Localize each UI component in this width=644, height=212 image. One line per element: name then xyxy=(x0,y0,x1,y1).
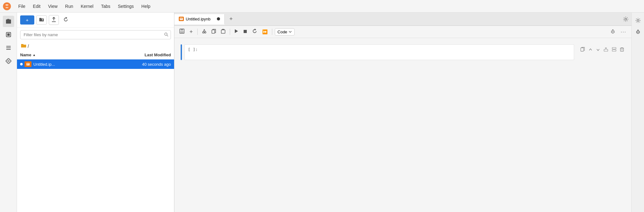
svg-rect-3 xyxy=(7,33,10,36)
notebook-file-icon xyxy=(25,61,31,67)
cell-type-dropdown[interactable]: Code xyxy=(275,28,295,36)
svg-rect-25 xyxy=(180,31,184,33)
search-icon xyxy=(164,32,168,37)
svg-point-12 xyxy=(165,33,167,35)
refresh-button[interactable] xyxy=(61,15,71,25)
running-indicator xyxy=(20,63,23,65)
cell-actions xyxy=(579,44,625,53)
sidebar-item-files[interactable] xyxy=(3,16,14,27)
cell-delete-button[interactable] xyxy=(619,47,625,53)
menu-run[interactable]: Run xyxy=(62,3,76,10)
sort-arrow-icon: ▲ xyxy=(32,53,36,57)
svg-point-27 xyxy=(204,32,206,33)
svg-marker-11 xyxy=(66,17,67,19)
cell-prompt-text: [ ]: xyxy=(188,47,198,52)
notebook-panel: Untitled.ipynb + + xyxy=(174,13,631,212)
logo-icon xyxy=(3,2,11,11)
plus-icon: + xyxy=(26,17,29,23)
restart-button[interactable] xyxy=(250,27,259,36)
svg-rect-31 xyxy=(221,30,225,33)
svg-rect-48 xyxy=(612,47,616,49)
menu-view[interactable]: View xyxy=(45,3,61,10)
search-input[interactable] xyxy=(20,30,171,39)
cell-move-down-button[interactable] xyxy=(595,47,601,53)
notebook-tab-untitled[interactable]: Untitled.ipynb xyxy=(174,14,225,25)
cell-copy-button[interactable] xyxy=(579,46,586,53)
settings-icon-top[interactable] xyxy=(620,14,631,25)
file-list-header: Name ▲ Last Modified xyxy=(17,51,174,59)
save-button[interactable] xyxy=(178,27,186,36)
file-modified-time: 40 seconds ago xyxy=(121,62,171,67)
copy-button[interactable] xyxy=(210,27,218,36)
more-options-button[interactable]: ⋯ xyxy=(619,27,628,36)
cell-prompt-area: [ ]: xyxy=(185,45,574,59)
svg-rect-24 xyxy=(181,29,183,31)
menu-settings[interactable]: Settings xyxy=(115,3,137,10)
svg-rect-45 xyxy=(604,49,608,51)
fast-forward-button[interactable]: ⏩ xyxy=(260,28,269,36)
code-cell[interactable]: [ ]: xyxy=(184,44,574,60)
svg-rect-51 xyxy=(620,48,624,51)
upload-button[interactable] xyxy=(49,15,59,25)
menu-edit[interactable]: Edit xyxy=(30,3,44,10)
file-name: Untitled.ip... xyxy=(33,62,121,67)
add-cell-button[interactable]: + xyxy=(188,27,195,36)
menu-file[interactable]: File xyxy=(15,3,29,10)
svg-rect-7 xyxy=(8,60,9,62)
svg-point-0 xyxy=(3,2,11,10)
debug-button[interactable] xyxy=(608,28,617,36)
menu-tabs[interactable]: Tabs xyxy=(98,3,114,10)
icon-rail xyxy=(0,13,17,212)
svg-point-55 xyxy=(637,20,639,21)
search-bar xyxy=(20,30,171,39)
column-name-label: Name xyxy=(20,53,31,57)
sidebar-item-running[interactable] xyxy=(3,29,14,40)
new-folder-button[interactable] xyxy=(36,15,47,25)
cell-insert-above-button[interactable] xyxy=(602,47,609,53)
cut-button[interactable] xyxy=(200,27,208,36)
svg-rect-30 xyxy=(212,30,215,33)
svg-rect-34 xyxy=(244,30,247,33)
main-layout: + xyxy=(0,13,644,212)
run-button[interactable] xyxy=(233,28,240,36)
cell-move-up-button[interactable] xyxy=(587,47,594,53)
sidebar-item-extensions[interactable] xyxy=(3,55,14,67)
unsaved-dot xyxy=(217,17,220,20)
file-panel: + xyxy=(17,13,174,212)
svg-marker-33 xyxy=(235,29,238,33)
paste-button[interactable] xyxy=(219,27,227,36)
file-toolbar: + xyxy=(17,13,174,28)
svg-marker-35 xyxy=(255,29,256,31)
cell-type-label: Code xyxy=(278,30,287,34)
notebook-tabs: Untitled.ipynb + xyxy=(174,13,631,26)
cell-wrapper: [ ]: xyxy=(181,44,625,60)
settings-rail xyxy=(631,13,644,212)
svg-line-13 xyxy=(167,35,168,36)
svg-line-28 xyxy=(203,29,204,32)
new-tab-button[interactable]: + xyxy=(225,14,237,25)
bug-sidebar-button[interactable] xyxy=(633,27,643,36)
file-row[interactable]: Untitled.ip... 40 seconds ago xyxy=(17,59,174,69)
bug-icon xyxy=(610,29,615,34)
new-launcher-button[interactable]: + xyxy=(20,15,34,25)
sort-by-modified[interactable]: Last Modified xyxy=(121,53,171,57)
notebook-content: [ ]: xyxy=(174,38,631,212)
cell-active-indicator xyxy=(181,44,182,60)
toolbar-divider-3 xyxy=(272,29,272,35)
notebook-toolbar: + xyxy=(174,26,631,38)
svg-line-29 xyxy=(204,29,205,32)
tab-file-icon xyxy=(179,17,184,21)
settings-gear-button[interactable] xyxy=(633,16,643,25)
menu-kernel[interactable]: Kernel xyxy=(77,3,96,10)
sort-by-name[interactable]: Name ▲ xyxy=(20,53,121,57)
sidebar-item-toc[interactable] xyxy=(3,42,14,53)
svg-point-22 xyxy=(625,18,627,20)
breadcrumb-path: / xyxy=(28,44,29,49)
cell-input-area[interactable] xyxy=(201,47,571,57)
menu-help[interactable]: Help xyxy=(138,3,154,10)
svg-point-26 xyxy=(202,32,204,33)
cell-merge-button[interactable] xyxy=(611,47,618,53)
column-modified-label: Last Modified xyxy=(144,53,171,57)
svg-rect-1 xyxy=(6,20,11,24)
stop-button[interactable] xyxy=(241,28,249,36)
